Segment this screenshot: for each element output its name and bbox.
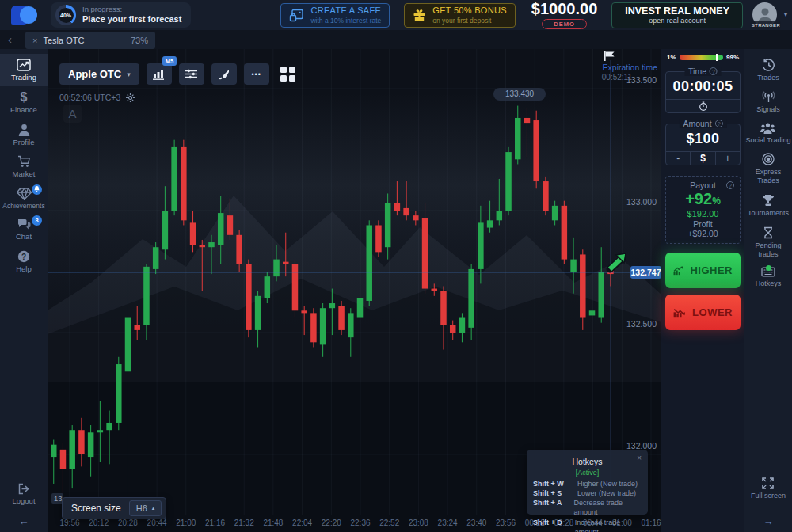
profile-menu[interactable]: STRANGER ▾ xyxy=(751,2,787,28)
time-value[interactable]: 00:00:05 xyxy=(666,72,740,99)
collapse-rail-icon[interactable]: → xyxy=(763,515,773,527)
profit-label: Profit xyxy=(669,219,737,229)
tabs-back-icon[interactable]: ‹ xyxy=(8,32,12,48)
help-icon: ? xyxy=(17,250,30,263)
hotkey-action: Lower (New trade) xyxy=(577,488,636,498)
sidebar-item-trading[interactable]: Trading xyxy=(0,54,48,86)
payout-percent: +92% xyxy=(669,190,737,208)
create-safe-button[interactable]: CREATE A SAFE with a 10% interest rate xyxy=(280,3,390,28)
amount-value[interactable]: $100 xyxy=(666,124,740,151)
trading-chart-icon xyxy=(17,59,31,71)
hourglass-icon xyxy=(763,226,774,239)
progress-status: In progress: xyxy=(82,5,181,14)
sidebar-item-label: Trading xyxy=(11,74,36,82)
time-label: Time xyxy=(688,66,706,76)
hotkeys-status: [Active] xyxy=(533,469,642,477)
tab-tesla-otc[interactable]: × Tesla OTC 73% xyxy=(25,32,155,49)
rail-item-trades[interactable]: Trades xyxy=(757,59,779,82)
time-axis-label: 22:52 xyxy=(377,519,402,527)
logout-icon xyxy=(17,483,31,495)
account-balance[interactable]: $1000.00 DEMO xyxy=(531,1,597,29)
rail-item-label: Pending trades xyxy=(755,241,781,259)
tab-title: Tesla OTC xyxy=(43,36,84,45)
lower-label: LOWER xyxy=(692,306,733,318)
sidebar-item-label: Achievements xyxy=(2,203,44,210)
brush-icon xyxy=(219,69,230,80)
hotkey-action: Increase trade amount xyxy=(575,518,642,532)
invest-real-money-button[interactable]: INVEST REAL MONEY open real account xyxy=(611,2,743,28)
sidebar-item-market[interactable]: Market xyxy=(0,150,48,182)
amount-currency-button[interactable]: $ xyxy=(690,152,715,165)
sidebar-item-logout[interactable]: Logout xyxy=(0,478,48,509)
indicators-button[interactable] xyxy=(179,63,204,85)
close-icon[interactable]: × xyxy=(637,454,642,462)
lower-button[interactable]: LOWER xyxy=(665,294,741,330)
time-axis-label: 21:00 xyxy=(173,519,199,527)
time-axis-label: 21:16 xyxy=(203,519,228,527)
price-direction-arrow-icon xyxy=(605,250,632,274)
payout-total: $192.00 xyxy=(669,209,737,218)
question-icon: ? xyxy=(710,67,718,75)
higher-button[interactable]: HIGHER xyxy=(665,253,741,288)
time-axis-label: 22:04 xyxy=(290,519,315,527)
timeframe-button[interactable]: M5 xyxy=(147,63,172,85)
sidebar-item-achievements[interactable]: Achievements xyxy=(0,183,48,214)
more-tools-button[interactable]: ••• xyxy=(244,63,269,85)
expiration-label: Expiration time xyxy=(546,63,657,72)
screen-size-select[interactable]: H6 ▴ xyxy=(129,500,162,516)
asset-select[interactable]: Apple OTC ▾ xyxy=(59,63,139,85)
avatar-label: STRANGER xyxy=(751,21,781,28)
hotkeys-rows: Shift + WHigher (New trade)Shift + SLowe… xyxy=(533,479,642,532)
rail-item-express-trades[interactable]: Express Trades xyxy=(756,153,782,185)
rail-item-label: Tournaments xyxy=(748,209,789,218)
time-mode-toggle[interactable] xyxy=(666,99,740,112)
close-icon[interactable]: × xyxy=(32,36,37,45)
gear-icon[interactable] xyxy=(126,93,135,102)
hotkeys-popup: Hotkeys × [Active] Shift + WHigher (New … xyxy=(527,450,648,515)
app-logo[interactable] xyxy=(11,4,38,26)
rail-item-signals[interactable]: Signals xyxy=(756,91,780,114)
bonus-button[interactable]: GET 50% BONUS on your first deposit xyxy=(404,3,516,28)
sentiment-bar: 1% 99% xyxy=(667,54,739,61)
drawing-tools-button[interactable] xyxy=(211,63,237,85)
chart-layout-button[interactable] xyxy=(276,63,300,85)
collapse-sidebar-icon[interactable]: ← xyxy=(19,515,29,527)
chat-count-badge: 3 xyxy=(32,215,42,226)
question-icon: ? xyxy=(715,120,723,127)
time-axis-label: 21:48 xyxy=(261,519,286,527)
sidebar-item-chat[interactable]: 3 Chat xyxy=(0,214,48,245)
chart-area[interactable]: Apple OTC ▾ M5 ••• 00:52:06 UTC+3 A 133.… xyxy=(48,49,661,532)
rail-item-hotkeys[interactable]: Hotkeys xyxy=(756,267,782,288)
sliders-icon xyxy=(185,69,197,79)
asset-tab-bar: ‹ × Tesla OTC 73% xyxy=(0,30,792,49)
time-widget[interactable]: Time ? 00:00:05 xyxy=(665,71,741,113)
safe-subtitle: with a 10% interest rate xyxy=(310,17,381,25)
sidebar-item-profile[interactable]: Profile xyxy=(0,119,48,150)
sidebar-item-label: Market xyxy=(12,170,35,178)
hotkey-action: Higher (New trade) xyxy=(577,479,638,488)
amount-widget[interactable]: Amount ? $100 - $ + xyxy=(665,124,741,165)
trophy-icon xyxy=(762,194,775,207)
sidebar-item-finance[interactable]: $ Finance xyxy=(0,86,48,118)
chart-watermark: A xyxy=(63,104,82,123)
amount-decrease-button[interactable]: - xyxy=(666,152,690,165)
sentiment-right: 99% xyxy=(726,54,739,61)
trade-panel: 1% 99% Time ? 00:00:05 Amount ? $100 - $… xyxy=(661,49,744,532)
onboarding-progress[interactable]: 40% In progress: Place your first foreca… xyxy=(51,2,191,28)
chart-down-icon xyxy=(673,304,686,321)
rail-item-tournaments[interactable]: Tournaments xyxy=(748,194,789,218)
svg-text:?: ? xyxy=(21,252,26,260)
hotkey-action: Decrease trade amount xyxy=(574,498,642,517)
expiration-time: 00:52:11 xyxy=(602,73,632,82)
rail-item-social-trading[interactable]: Social Trading xyxy=(745,123,790,145)
demo-badge: DEMO xyxy=(542,19,587,29)
amount-increase-button[interactable]: + xyxy=(716,152,740,165)
rail-item-label: Trades xyxy=(757,74,779,82)
payout-info: ? Payout +92% $192.00 Profit +$92.00 xyxy=(665,176,741,244)
fullscreen-button[interactable]: Full screen xyxy=(751,477,786,500)
screen-size-value: H6 xyxy=(136,504,147,513)
safe-title: CREATE A SAFE xyxy=(310,6,381,17)
rail-item-pending-trades[interactable]: Pending trades xyxy=(755,226,781,259)
sidebar-item-help[interactable]: ? Help xyxy=(0,245,48,277)
time-axis-label: 01:16 xyxy=(638,519,661,527)
